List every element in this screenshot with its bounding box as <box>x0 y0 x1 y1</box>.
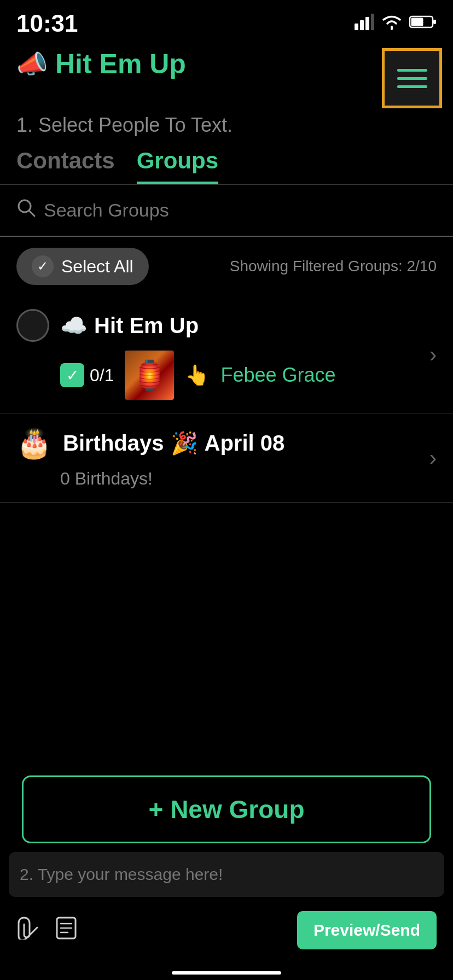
status-bar: 10:31 <box>0 0 453 43</box>
wifi-icon <box>381 14 403 34</box>
note-icon[interactable] <box>56 917 77 944</box>
member-avatar: 🏮 <box>125 351 174 400</box>
filter-text: Showing Filtered Groups: 2/10 <box>230 258 437 275</box>
birthday-cake-icon: 🎂 <box>16 427 52 460</box>
select-all-label: Select All <box>61 256 133 277</box>
signal-icon <box>355 14 374 34</box>
svg-rect-0 <box>355 24 358 30</box>
message-input[interactable] <box>20 865 433 884</box>
search-input[interactable] <box>44 200 437 221</box>
app-header: 📣 Hit Em Up <box>0 43 453 108</box>
svg-rect-2 <box>365 17 369 30</box>
chevron-right-icon[interactable]: › <box>429 342 437 367</box>
svg-rect-6 <box>411 18 423 26</box>
tabs: Contacts Groups <box>0 148 453 185</box>
group-list: ☁️ Hit Em Up ✓ 0/1 🏮 👆 Febee Grace › 🎂 B… <box>0 296 453 503</box>
menu-line-2 <box>397 77 427 80</box>
svg-rect-5 <box>433 20 436 24</box>
home-indicator <box>172 971 281 975</box>
group-details: ✓ 0/1 🏮 👆 Febee Grace <box>60 351 437 400</box>
birthday-count: 0 Birthdays! <box>60 469 437 489</box>
member-pointer-icon: 👆 <box>185 364 210 387</box>
group-select-radio[interactable] <box>16 309 49 342</box>
green-check-box: ✓ <box>60 363 84 387</box>
party-icon: 🎉 <box>171 430 198 456</box>
search-icon <box>16 198 36 223</box>
bottom-section: + New Group Preview/Send <box>0 765 453 980</box>
attach-icon[interactable] <box>16 917 39 944</box>
svg-rect-1 <box>360 20 364 30</box>
status-time: 10:31 <box>16 10 78 37</box>
birthday-name: Birthdays 🎉 April 08 <box>63 430 284 456</box>
tab-groups[interactable]: Groups <box>137 148 218 184</box>
status-icons <box>355 14 437 34</box>
member-name: Febee Grace <box>220 364 335 387</box>
preview-send-button[interactable]: Preview/Send <box>297 911 437 949</box>
svg-line-8 <box>29 211 34 216</box>
menu-line-3 <box>397 85 427 88</box>
message-input-container <box>9 852 444 897</box>
checkmark-circle: ✓ <box>32 255 54 277</box>
app-title: Hit Em Up <box>55 48 186 80</box>
menu-line-1 <box>397 69 427 72</box>
group-name: ☁️ Hit Em Up <box>60 313 199 339</box>
birthday-group-header: 🎂 Birthdays 🎉 April 08 <box>16 427 437 460</box>
battery-icon <box>409 14 437 33</box>
subtitle: 1. Select People To Text. <box>0 108 453 148</box>
bottom-bar: Preview/Send <box>0 903 453 971</box>
select-all-button[interactable]: ✓ Select All <box>16 248 149 285</box>
menu-button[interactable] <box>382 48 442 108</box>
new-group-button[interactable]: + New Group <box>22 775 431 843</box>
group-header: ☁️ Hit Em Up <box>16 309 437 342</box>
search-container <box>0 185 453 237</box>
svg-rect-3 <box>371 14 374 30</box>
cloud-icon: ☁️ <box>60 313 88 339</box>
chevron-right-icon-2[interactable]: › <box>429 446 437 470</box>
bottom-icons <box>16 917 77 944</box>
tab-contacts[interactable]: Contacts <box>16 148 115 184</box>
group-item-hit-em-up: ☁️ Hit Em Up ✓ 0/1 🏮 👆 Febee Grace › <box>0 296 453 413</box>
app-title-row: 📣 Hit Em Up <box>16 48 186 80</box>
select-all-row: ✓ Select All Showing Filtered Groups: 2/… <box>0 237 453 296</box>
group-item-birthdays: 🎂 Birthdays 🎉 April 08 0 Birthdays! › <box>0 413 453 503</box>
group-count: ✓ 0/1 <box>60 363 114 387</box>
megaphone-icon: 📣 <box>16 49 48 79</box>
